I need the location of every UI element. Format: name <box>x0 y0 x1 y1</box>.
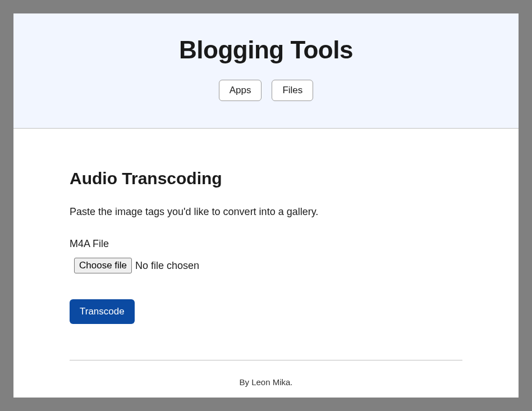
site-title: Blogging Tools <box>25 36 507 64</box>
nav-files-button[interactable]: Files <box>272 80 313 101</box>
page-heading: Audio Transcoding <box>70 169 462 188</box>
footer-divider <box>70 360 462 360</box>
main-nav: Apps Files <box>25 80 507 101</box>
file-input-row: Choose file No file chosen <box>74 258 462 273</box>
choose-file-button[interactable]: Choose file <box>74 258 132 273</box>
nav-apps-button[interactable]: Apps <box>219 80 262 101</box>
footer-text: By Leon Mika. <box>70 377 462 387</box>
file-status-text: No file chosen <box>135 260 199 272</box>
file-field-label: M4A File <box>70 238 462 250</box>
page-description: Paste the image tags you'd like to conve… <box>70 206 462 218</box>
transcode-button[interactable]: Transcode <box>70 299 135 324</box>
site-header: Blogging Tools Apps Files <box>13 13 519 129</box>
main-content: Audio Transcoding Paste the image tags y… <box>13 129 519 398</box>
page-container: Blogging Tools Apps Files Audio Transcod… <box>13 13 519 398</box>
